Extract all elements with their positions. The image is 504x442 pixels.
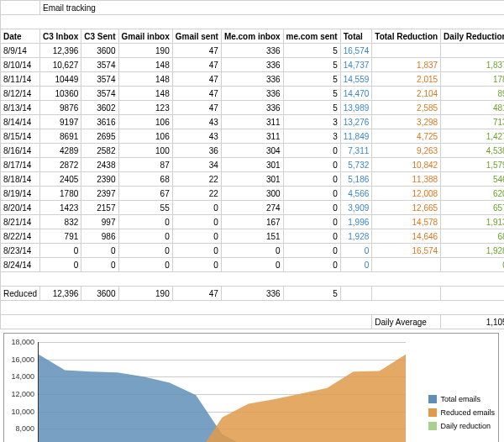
cell: 2872 <box>40 158 81 172</box>
cell: 106 <box>118 115 172 129</box>
cell: 8/16/14 <box>1 144 40 158</box>
legend-swatch <box>428 408 437 417</box>
y-tick: 14,000 <box>4 372 34 381</box>
cell: 190 <box>118 44 172 58</box>
summary-cell: 190 <box>118 287 172 301</box>
cell: 47 <box>172 44 221 58</box>
cell: 10360 <box>40 87 81 101</box>
cell: 0 <box>172 258 221 272</box>
cell: 8/13/14 <box>1 101 40 115</box>
cell: 3 <box>283 115 340 129</box>
cell: 1,427 <box>441 129 504 144</box>
table-row: 8/23/14000000016,5741,928 <box>1 244 505 258</box>
cell: 8/21/14 <box>1 215 40 229</box>
cell: 0 <box>283 258 340 272</box>
cell: 10449 <box>40 72 81 87</box>
cell: 2438 <box>81 158 118 172</box>
cell: 0 <box>118 229 172 244</box>
cell: 0 <box>172 229 221 244</box>
cell: 997 <box>81 215 118 229</box>
col-header: C3 Inbox <box>40 29 81 44</box>
cell: 3,909 <box>340 201 372 215</box>
col-header: Total <box>340 29 372 44</box>
cell: 8/14/14 <box>1 115 40 129</box>
table-row: 8/14/149197361610643311313,2763,298713 <box>1 115 505 129</box>
cell: 0 <box>118 215 172 229</box>
cell: 1,837 <box>441 58 504 72</box>
cell: 3616 <box>81 115 118 129</box>
cell: 336 <box>221 101 283 115</box>
table-row: 8/16/14428925821003630407,3119,2634,538 <box>1 144 505 158</box>
cell: 36 <box>172 144 221 158</box>
cell: 167 <box>221 215 283 229</box>
cell: 546 <box>441 172 504 187</box>
cell: 8/12/14 <box>1 87 40 101</box>
cell: 14,559 <box>340 72 372 87</box>
cell: 9876 <box>40 101 81 115</box>
cell: 148 <box>118 72 172 87</box>
cell: 2405 <box>40 172 81 187</box>
cell: 657 <box>441 201 504 215</box>
col-header: Me.com inbox <box>221 29 283 44</box>
cell: 0 <box>221 258 283 272</box>
cell: 3602 <box>81 101 118 115</box>
cell: 0 <box>172 201 221 215</box>
cell: 8/10/14 <box>1 58 40 72</box>
cell: 5 <box>283 58 340 72</box>
y-tick: 18,000 <box>4 338 34 346</box>
cell: 791 <box>40 229 81 244</box>
col-header: Gmail sent <box>172 29 221 44</box>
cell: 3574 <box>81 72 118 87</box>
cell: 0 <box>40 258 81 272</box>
cell: 336 <box>221 87 283 101</box>
cell: 55 <box>118 201 172 215</box>
col-header: Date <box>1 29 40 44</box>
chart-legend: Total emailsReduced emailsDaily reductio… <box>428 392 495 433</box>
cell: 336 <box>221 72 283 87</box>
legend-item: Daily reduction <box>428 419 495 433</box>
cell: 304 <box>221 144 283 158</box>
cell: 0 <box>283 187 340 201</box>
cell: 14,578 <box>372 215 441 229</box>
table-row: 8/10/1410,627357414847336514,7371,8371,8… <box>1 58 505 72</box>
cell: 2390 <box>81 172 118 187</box>
cell: 1,996 <box>340 215 372 229</box>
summary-cell: 12,396 <box>40 287 81 301</box>
cell: 5 <box>283 87 340 101</box>
cell <box>372 44 441 58</box>
y-tick: 8,000 <box>4 424 34 433</box>
cell: 0 <box>118 244 172 258</box>
spreadsheet: Email tracking DateC3 InboxC3 SentGmail … <box>0 0 504 329</box>
cell: 832 <box>40 215 81 229</box>
summary-cell: 47 <box>172 287 221 301</box>
cell: 0 <box>40 244 81 258</box>
cell: 16,574 <box>340 44 372 58</box>
cell: 0 <box>283 172 340 187</box>
cell: 14,737 <box>340 58 372 72</box>
cell: 123 <box>118 101 172 115</box>
cell: 3574 <box>81 58 118 72</box>
summary-cell: 336 <box>221 287 283 301</box>
cell: 10,627 <box>40 58 81 72</box>
email-chart: 02,0004,0006,0008,00010,00012,00014,0001… <box>3 333 499 442</box>
cell: 43 <box>172 129 221 144</box>
cell: 2157 <box>81 201 118 215</box>
cell: 1,913 <box>441 215 504 229</box>
cell: 301 <box>221 172 283 187</box>
cell: 1,928 <box>340 229 372 244</box>
cell: 87 <box>118 158 172 172</box>
cell: 3 <box>283 129 340 144</box>
col-header: C3 Sent <box>81 29 118 44</box>
cell: 11,849 <box>340 129 372 144</box>
cell: 8/18/14 <box>1 172 40 187</box>
cell: 0 <box>340 244 372 258</box>
cell: 12,008 <box>372 187 441 201</box>
y-tick: 10,000 <box>4 408 34 416</box>
cell: 4,538 <box>441 144 504 158</box>
y-tick: 12,000 <box>4 390 34 398</box>
cell <box>441 44 504 58</box>
legend-swatch <box>428 422 437 430</box>
cell: 8/22/14 <box>1 229 40 244</box>
cell: 2397 <box>81 187 118 201</box>
cell: 10,842 <box>372 158 441 172</box>
